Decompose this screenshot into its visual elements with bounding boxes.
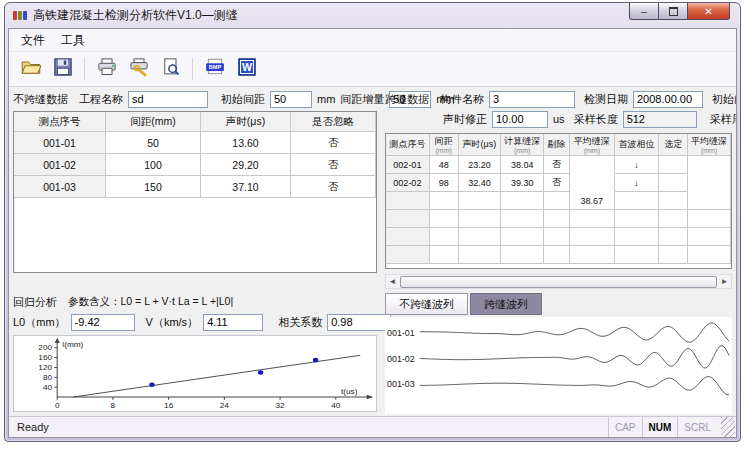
- table-cell[interactable]: [659, 228, 688, 246]
- tab-cross-wave[interactable]: 跨缝波列: [470, 293, 542, 315]
- table-cell[interactable]: [659, 246, 688, 264]
- table-cell[interactable]: ↓: [615, 174, 660, 192]
- table-cell[interactable]: [501, 246, 544, 264]
- table-cell[interactable]: 否: [291, 176, 376, 198]
- table-cell[interactable]: [501, 210, 544, 228]
- table-row[interactable]: 38.67: [386, 192, 731, 210]
- table-cell[interactable]: 48: [430, 156, 459, 174]
- table-cell[interactable]: [544, 246, 570, 264]
- table-cell[interactable]: 002-02: [386, 174, 430, 192]
- table-cell[interactable]: ↓: [615, 156, 660, 174]
- table-cell[interactable]: [570, 174, 615, 192]
- table-cell[interactable]: [430, 210, 459, 228]
- titlebar[interactable]: 高铁建混凝土检测分析软件V1.0—测缝 – ✕: [5, 3, 740, 28]
- sample-length-input[interactable]: [623, 111, 697, 128]
- table-cell[interactable]: [459, 246, 502, 264]
- menu-tools[interactable]: 工具: [53, 30, 93, 51]
- table-cell[interactable]: [659, 192, 688, 210]
- table-cell[interactable]: [386, 246, 430, 264]
- table-row[interactable]: [386, 210, 731, 228]
- table-cell[interactable]: 否: [291, 132, 376, 154]
- print-setup-button[interactable]: [125, 56, 152, 83]
- table-cell[interactable]: 38.04: [501, 156, 544, 174]
- table-cell[interactable]: [688, 156, 731, 174]
- table-cell[interactable]: [615, 192, 660, 210]
- table-cell[interactable]: [570, 246, 615, 264]
- table-cell[interactable]: [459, 192, 502, 210]
- table-cell[interactable]: [386, 192, 430, 210]
- table-cell[interactable]: [615, 228, 660, 246]
- scrollbar-thumb[interactable]: [400, 276, 717, 288]
- table-cell[interactable]: 32.40: [459, 174, 502, 192]
- table-cell[interactable]: [501, 228, 544, 246]
- table-cell[interactable]: 23.20: [459, 156, 502, 174]
- table-cell[interactable]: 否: [291, 154, 376, 176]
- correlation-input[interactable]: [327, 314, 391, 331]
- table-cell[interactable]: [544, 210, 570, 228]
- table-cell[interactable]: 29.20: [201, 154, 291, 176]
- l0-input[interactable]: [71, 314, 135, 331]
- table-cell[interactable]: [659, 174, 688, 192]
- menu-file[interactable]: 文件: [13, 30, 53, 51]
- table-row[interactable]: 001-0315037.10否: [14, 176, 376, 198]
- horizontal-scrollbar[interactable]: ◄ ►: [385, 274, 732, 289]
- table-cell[interactable]: [430, 246, 459, 264]
- test-date-input[interactable]: [633, 91, 703, 108]
- table-cell[interactable]: [386, 210, 430, 228]
- table-cell[interactable]: [459, 228, 502, 246]
- table-row[interactable]: [386, 246, 731, 264]
- table-cell[interactable]: [615, 210, 660, 228]
- init-spacing-input[interactable]: [270, 91, 312, 108]
- table-cell[interactable]: [501, 192, 544, 210]
- table-cell[interactable]: [659, 210, 688, 228]
- table-cell[interactable]: [688, 228, 731, 246]
- table-cell[interactable]: 001-01: [14, 132, 106, 154]
- table-cell[interactable]: 001-03: [14, 176, 106, 198]
- table-cell[interactable]: 50: [106, 132, 201, 154]
- table-row[interactable]: 001-015013.60否: [14, 132, 376, 154]
- table-cell[interactable]: 否: [544, 156, 570, 174]
- table-cell[interactable]: 37.10: [201, 176, 291, 198]
- tab-no-cross-wave[interactable]: 不跨缝波列: [385, 293, 468, 315]
- table-cell[interactable]: [659, 156, 688, 174]
- table-cell[interactable]: [688, 246, 731, 264]
- table-cell[interactable]: 001-02: [14, 154, 106, 176]
- maximize-button[interactable]: [658, 3, 687, 20]
- table-cell[interactable]: 002-01: [386, 156, 430, 174]
- open-button[interactable]: [17, 56, 44, 83]
- table-cell[interactable]: [570, 210, 615, 228]
- scroll-left-icon[interactable]: ◄: [386, 275, 399, 288]
- table-cell[interactable]: [544, 228, 570, 246]
- table-cell[interactable]: [544, 192, 570, 210]
- resize-grip[interactable]: [721, 417, 735, 437]
- scroll-right-icon[interactable]: ►: [718, 275, 731, 288]
- table-cell[interactable]: 否: [544, 174, 570, 192]
- table-cell[interactable]: [570, 156, 615, 174]
- table-cell[interactable]: [430, 192, 459, 210]
- table-cell[interactable]: [688, 192, 731, 210]
- print-preview-button[interactable]: [157, 56, 184, 83]
- table-cell[interactable]: 150: [106, 176, 201, 198]
- table-cell[interactable]: 100: [106, 154, 201, 176]
- table-row[interactable]: [386, 228, 731, 246]
- print-button[interactable]: [93, 56, 120, 83]
- close-button[interactable]: ✕: [687, 3, 730, 20]
- table-row[interactable]: 002-029832.4039.30否↓: [386, 174, 731, 192]
- table-cell[interactable]: 98: [430, 174, 459, 192]
- table-cell[interactable]: 39.30: [501, 174, 544, 192]
- table-row[interactable]: 001-0210029.20否: [14, 154, 376, 176]
- table-row[interactable]: 002-014823.2038.04否↓: [386, 156, 731, 174]
- table-cell[interactable]: [570, 228, 615, 246]
- component-name-input[interactable]: [489, 91, 575, 108]
- time-correction-input[interactable]: [492, 111, 548, 128]
- table-cell[interactable]: 13.60: [201, 132, 291, 154]
- table-cell[interactable]: [615, 246, 660, 264]
- table-cell[interactable]: 38.67: [570, 192, 615, 210]
- table-cell[interactable]: [688, 210, 731, 228]
- save-button[interactable]: [49, 56, 76, 83]
- export-bmp-button[interactable]: BMP: [201, 56, 228, 83]
- table-cell[interactable]: [688, 174, 731, 192]
- export-word-button[interactable]: W: [233, 56, 260, 83]
- project-name-input[interactable]: [128, 91, 208, 108]
- table-cell[interactable]: [386, 228, 430, 246]
